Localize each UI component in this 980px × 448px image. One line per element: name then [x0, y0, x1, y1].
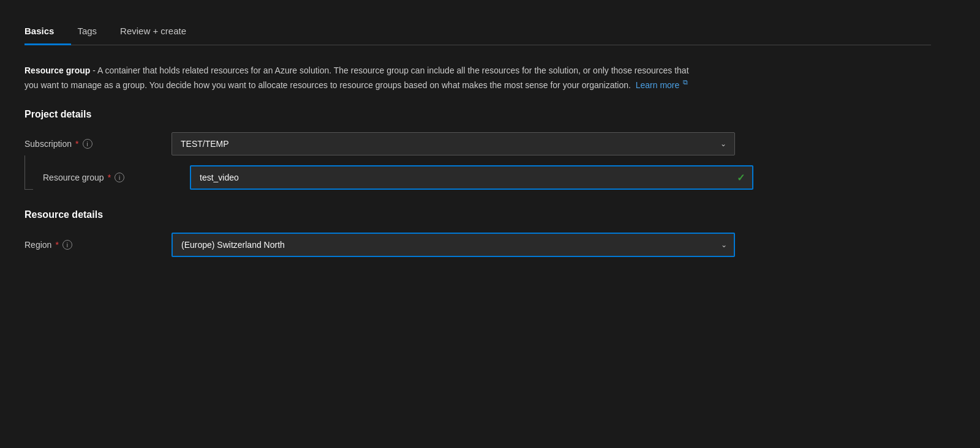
tab-basics[interactable]: Basics: [24, 18, 71, 45]
resource-details-section: Resource details Region * i (Europe) Swi…: [24, 209, 931, 257]
learn-more-link[interactable]: Learn more ⧉: [636, 80, 688, 90]
project-details-header: Project details: [24, 109, 931, 120]
region-info-icon[interactable]: i: [62, 240, 72, 250]
resource-group-control: test_video ✓: [190, 165, 753, 190]
subscription-dropdown-wrapper: TEST/TEMP ⌄: [172, 132, 735, 155]
resource-details-header: Resource details: [24, 209, 931, 220]
description-bold: Resource group: [24, 65, 90, 75]
subscription-required: *: [75, 139, 78, 149]
tab-tags[interactable]: Tags: [77, 18, 114, 45]
resource-group-dropdown-wrapper: test_video ✓: [190, 165, 753, 190]
resource-group-description: Resource group - A container that holds …: [24, 64, 698, 92]
subscription-control: TEST/TEMP ⌄: [172, 132, 735, 155]
tab-review-create[interactable]: Review + create: [120, 18, 203, 45]
region-control: (Europe) Switzerland North ⌄: [172, 233, 735, 257]
subscription-label: Subscription * i: [24, 139, 159, 149]
description-body: - A container that holds related resourc…: [24, 65, 689, 90]
subscription-info-icon[interactable]: i: [83, 139, 92, 149]
tab-bar: Basics Tags Review + create: [24, 18, 931, 45]
region-dropdown-wrapper: (Europe) Switzerland North ⌄: [172, 233, 735, 257]
region-row: Region * i (Europe) Switzerland North ⌄: [24, 233, 931, 257]
resource-group-info-icon[interactable]: i: [115, 173, 124, 182]
resource-group-label: Resource group * i: [43, 173, 178, 182]
resource-group-dropdown[interactable]: test_video: [190, 165, 753, 190]
resource-group-row: Resource group * i test_video ✓: [43, 165, 931, 190]
project-details-section: Project details Subscription * i TEST/TE…: [24, 109, 931, 190]
resource-group-required: *: [108, 173, 111, 182]
region-label: Region * i: [24, 240, 159, 250]
subscription-row: Subscription * i TEST/TEMP ⌄: [24, 132, 931, 155]
resource-group-indent-row: Resource group * i test_video ✓: [24, 165, 931, 190]
subscription-dropdown[interactable]: TEST/TEMP: [172, 132, 735, 155]
indent-connector: [24, 155, 33, 190]
region-required: *: [55, 240, 58, 250]
region-dropdown[interactable]: (Europe) Switzerland North: [172, 233, 735, 257]
external-link-icon: ⧉: [683, 77, 688, 88]
